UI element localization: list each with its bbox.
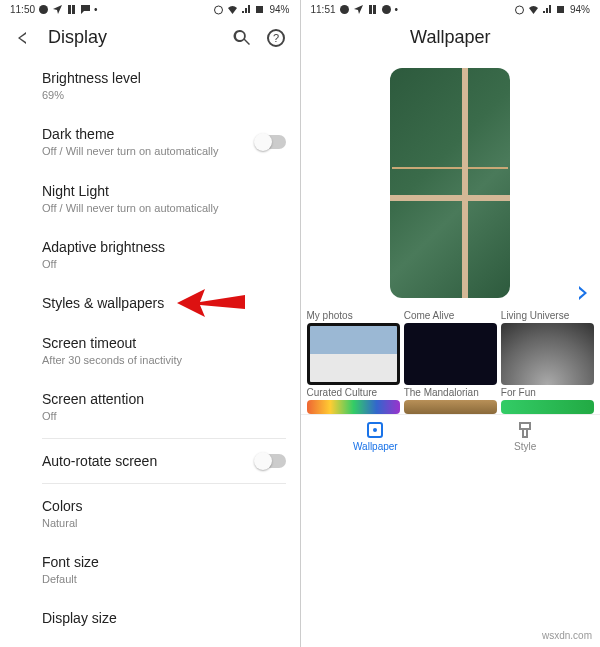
- send-icon: [52, 4, 63, 15]
- status-bar: 11:50 • 94%: [0, 0, 300, 17]
- category-my-photos[interactable]: My photos: [307, 308, 400, 385]
- brightness-level-item[interactable]: Brightness level 69%: [42, 58, 286, 114]
- svg-point-5: [340, 5, 349, 14]
- phone-right: 11:51 • 94% Wallpaper • • My photos: [300, 0, 601, 647]
- search-icon[interactable]: [232, 28, 252, 48]
- header-bar: Display ?: [0, 17, 300, 58]
- battery-icon: [255, 4, 266, 15]
- colors-item[interactable]: Colors Natural: [42, 486, 286, 542]
- category-mandalorian[interactable]: The Mandalorian: [404, 385, 497, 414]
- signal-icon: [542, 4, 553, 15]
- thumbnail: [307, 323, 400, 385]
- battery-icon: [556, 4, 567, 15]
- adaptive-brightness-item[interactable]: Adaptive brightness Off: [42, 227, 286, 283]
- pause-icon: [66, 4, 77, 15]
- status-time: 11:51: [311, 4, 336, 15]
- svg-rect-8: [557, 6, 564, 13]
- pause-icon: [367, 4, 378, 15]
- status-battery: 94%: [570, 4, 590, 15]
- dark-theme-item[interactable]: Dark theme Off / Will never turn on auto…: [42, 114, 286, 170]
- tab-wallpaper[interactable]: Wallpaper: [301, 415, 451, 458]
- wallpaper-icon: [366, 421, 384, 439]
- display-size-item[interactable]: Display size: [42, 598, 286, 638]
- category-row-2: Curated Culture The Mandalorian For Fun: [301, 385, 601, 414]
- thumbnail: [404, 400, 497, 414]
- divider: [42, 438, 286, 439]
- bottom-tabs: Wallpaper Style: [301, 414, 601, 458]
- svg-rect-11: [520, 423, 530, 429]
- dot-icon: •: [94, 4, 98, 15]
- page-title: Wallpaper: [315, 27, 587, 48]
- chat-icon: [80, 4, 91, 15]
- tab-style[interactable]: Style: [450, 415, 600, 458]
- svg-point-1: [215, 6, 223, 14]
- signal-icon: [241, 4, 252, 15]
- category-row-1: My photos Come Alive Living Universe: [301, 304, 601, 385]
- screen-timeout-item[interactable]: Screen timeout After 30 seconds of inact…: [42, 323, 286, 379]
- night-light-item[interactable]: Night Light Off / Will never turn on aut…: [42, 171, 286, 227]
- auto-rotate-item[interactable]: Auto-rotate screen: [42, 441, 286, 481]
- whatsapp-icon: [339, 4, 350, 15]
- screen-attention-item[interactable]: Screen attention Off: [42, 379, 286, 435]
- settings-list: Brightness level 69% Dark theme Off / Wi…: [0, 58, 300, 647]
- page-title: Display: [48, 27, 218, 48]
- style-icon: [516, 421, 534, 439]
- dark-theme-toggle[interactable]: [256, 135, 286, 149]
- watermark: wsxdn.com: [542, 630, 592, 641]
- status-battery: 94%: [269, 4, 289, 15]
- wifi-icon: [528, 4, 539, 15]
- svg-point-10: [373, 428, 377, 432]
- category-come-alive[interactable]: Come Alive: [404, 308, 497, 385]
- status-bar: 11:51 • 94%: [301, 0, 601, 17]
- phone-left: 11:50 • 94% Display ? Brightness level 6…: [0, 0, 300, 647]
- whatsapp-icon: [38, 4, 49, 15]
- thumbnail: [307, 400, 400, 414]
- thumbnail: [501, 323, 594, 385]
- auto-rotate-toggle[interactable]: [256, 454, 286, 468]
- header-bar: Wallpaper: [301, 17, 601, 58]
- category-curated-culture[interactable]: Curated Culture: [307, 385, 400, 414]
- send-icon: [353, 4, 364, 15]
- svg-text:?: ?: [272, 32, 278, 44]
- svg-point-6: [382, 5, 391, 14]
- wifi-icon: [227, 4, 238, 15]
- wallpaper-thumbnail: [390, 68, 510, 298]
- svg-point-0: [39, 5, 48, 14]
- svg-rect-2: [256, 6, 263, 13]
- category-for-fun[interactable]: For Fun: [501, 385, 594, 414]
- divider: [42, 483, 286, 484]
- dot-icon: •: [395, 4, 399, 15]
- thumbnail: [501, 400, 594, 414]
- back-icon[interactable]: [14, 28, 34, 48]
- alarm-icon: [514, 4, 525, 15]
- app-icon: [381, 4, 392, 15]
- thumbnail: [404, 323, 497, 385]
- help-icon[interactable]: ?: [266, 28, 286, 48]
- wallpaper-preview[interactable]: [301, 58, 601, 302]
- status-time: 11:50: [10, 4, 35, 15]
- alarm-icon: [213, 4, 224, 15]
- svg-point-7: [515, 6, 523, 14]
- category-living-universe[interactable]: Living Universe: [501, 308, 594, 385]
- styles-wallpapers-item[interactable]: Styles & wallpapers: [42, 283, 286, 323]
- font-size-item[interactable]: Font size Default: [42, 542, 286, 598]
